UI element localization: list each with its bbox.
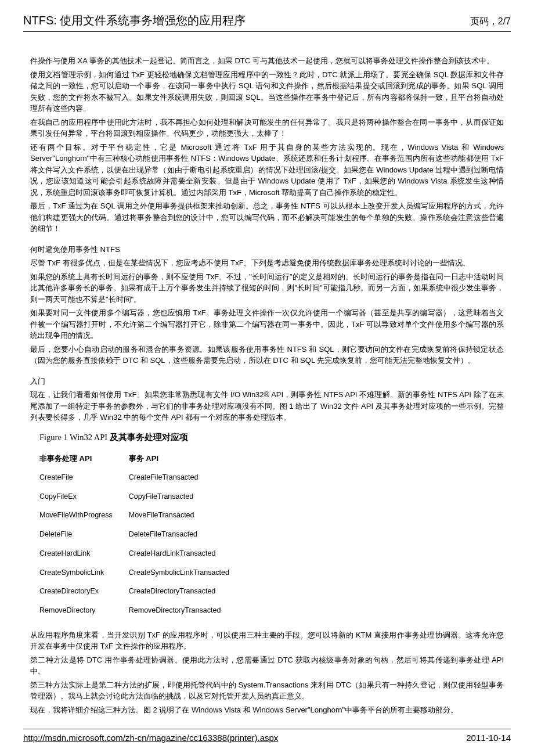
document-body: 件操作与使用 XA 事务的其他技术一起登记。简而言之，如果 DTC 可与其他技术…	[23, 55, 511, 715]
table-row: CreateFileCreateFileTransacted	[39, 468, 246, 487]
page-header: NTFS: 使用文件系统事务增强您的应用程序 页码，2/7	[23, 12, 511, 32]
figure-title-bold: 及其事务处理对应项	[110, 433, 188, 442]
paragraph: 现在，我将详细介绍这三种方法。图 2 说明了在 Windows Vista 和 …	[30, 704, 504, 716]
paragraph: 第三种方法实际上是第二种方法的扩展，即使用托管代码中的 System.Trans…	[30, 679, 504, 702]
table-cell: CopyFileTransacted	[129, 487, 246, 506]
table-header: 非事务处理 API	[39, 449, 129, 468]
table-cell: CreateDirectoryEx	[39, 582, 129, 601]
section-heading: 入门	[30, 376, 504, 387]
paragraph: 如果您的系统上具有长时间运行的事务，则不应使用 TxF。不过，"长时间运行"的定…	[30, 271, 504, 305]
table-cell: CreateSymbolicLink	[39, 563, 129, 582]
table-cell: DeleteFile	[39, 525, 129, 544]
page-footer: http://msdn.microsoft.com/zh-cn/magazine…	[23, 729, 511, 730]
paragraph: 如果要对同一文件使用多个编写器，您也应慎用 TxF。事务处理文件操作一次仅允许使…	[30, 307, 504, 341]
figure-title-prefix: Figure 1 Win32 API	[39, 433, 110, 442]
table-cell: CopyFileEx	[39, 487, 129, 506]
table-row: MoveFileWithProgressMoveFileTransacted	[39, 506, 246, 525]
table-row: CreateSymbolicLinkCreateSymbolicLinkTran…	[39, 563, 246, 582]
table-row: DeleteFileDeleteFileTransacted	[39, 525, 246, 544]
table-row: CopyFileExCopyFileTransacted	[39, 487, 246, 506]
paragraph: 件操作与使用 XA 事务的其他技术一起登记。简而言之，如果 DTC 可与其他技术…	[30, 55, 504, 67]
table-row: CreateDirectoryExCreateDirectoryTransact…	[39, 582, 246, 601]
paragraph: 尽管 TxF 有很多优点，但是在某些情况下，您应考虑不使用 TxF。下列是考虑避…	[30, 257, 504, 269]
paragraph: 第二种方法是将 DTC 用作事务处理协调器。使用此方法时，您需要通过 DTC 获…	[30, 654, 504, 677]
table-row: CreateHardLinkCreateHardLinkTransacted	[39, 544, 246, 563]
table-cell: RemoveDirectoryTransacted	[129, 601, 246, 620]
table-cell: CreateSymbolicLinkTransacted	[129, 563, 246, 582]
table-cell: RemoveDirectory	[39, 601, 129, 620]
table-cell: MoveFileTransacted	[129, 506, 246, 525]
table-cell: CreateHardLink	[39, 544, 129, 563]
api-table: 非事务处理 API 事务 API CreateFileCreateFileTra…	[39, 449, 246, 620]
table-cell: CreateFile	[39, 468, 129, 487]
table-cell: CreateHardLinkTransacted	[129, 544, 246, 563]
document-title: NTFS: 使用文件系统事务增强您的应用程序	[23, 12, 246, 29]
paragraph: 现在，让我们看看如何使用 TxF。如果您非常熟悉现有文件 I/O Win32® …	[30, 389, 504, 423]
table-header: 事务 API	[129, 449, 246, 468]
table-row: RemoveDirectoryRemoveDirectoryTransacted	[39, 601, 246, 620]
table-cell: DeleteFileTransacted	[129, 525, 246, 544]
paragraph: 使用文档管理示例，如何通过 TxF 更轻松地确保文档管理应用程序中的一致性？此时…	[30, 69, 504, 114]
paragraph: 最后，您要小心自动启动的服务和混合的事务资源。如果该服务使用事务性 NTFS 和…	[30, 344, 504, 366]
paragraph: 在我自己的应用程序中使用此方法时，我不再担心如何处理和解决可能发生的任何异常了。…	[30, 117, 504, 139]
table-header-row: 非事务处理 API 事务 API	[39, 449, 246, 468]
section-heading: 何时避免使用事务性 NTFS	[30, 244, 504, 255]
page-indicator: 页码，2/7	[470, 15, 511, 28]
table-cell: MoveFileWithProgress	[39, 506, 129, 525]
paragraph: 还有两个目标。对于平台稳定性，它是 Microsoft 通过将 TxF 用于其自…	[30, 142, 504, 199]
paragraph: 从应用程序角度来看，当开发识别 TxF 的应用程序时，可以使用三种主要的手段。您…	[30, 629, 504, 652]
table-cell: CreateDirectoryTransacted	[129, 582, 246, 601]
table-cell: CreateFileTransacted	[129, 468, 246, 487]
paragraph: 最后，TxF 通过为在 SQL 调用之外使用事务提供框架来推动创新。总之，事务性…	[30, 200, 504, 235]
figure-title: Figure 1 Win32 API 及其事务处理对应项	[39, 431, 504, 444]
